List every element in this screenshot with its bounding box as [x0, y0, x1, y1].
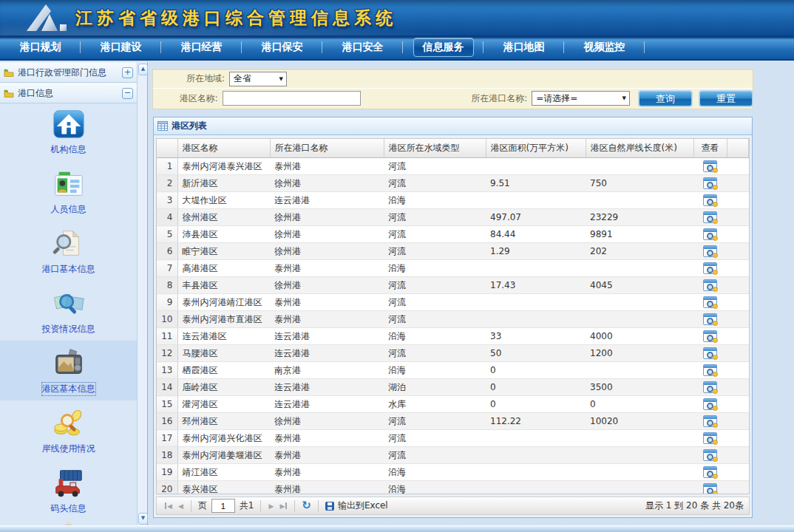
sidebar-item-port-basic-info[interactable]: 港口基本信息 — [0, 221, 137, 281]
view-record-icon[interactable] — [703, 194, 717, 206]
view-record-icon[interactable] — [703, 415, 717, 427]
table-row[interactable]: 17 泰州内河港兴化港区 泰州港 河流 — [157, 430, 749, 447]
column-header-filler — [727, 139, 749, 158]
table-row[interactable]: 5 沛县港区 徐州港 河流 84.44 9891 — [157, 226, 749, 243]
table-row[interactable]: 8 丰县港区 徐州港 河流 17.43 4045 — [157, 277, 749, 294]
view-record-icon[interactable] — [703, 177, 717, 189]
sidebar-item-shoreline-usage[interactable]: 岸线使用情况 — [0, 400, 137, 460]
record-count-summary: 显示 1 到 20 条 共 20条 — [645, 499, 744, 512]
table-row[interactable]: 12 马腰港区 连云港港 河流 50 1200 — [157, 345, 749, 362]
sidebar-group-header[interactable]: 港口信息 − — [0, 83, 137, 103]
view-record-icon[interactable] — [703, 432, 717, 444]
view-record-icon[interactable] — [703, 228, 717, 240]
query-button[interactable]: 查询 — [639, 91, 692, 106]
home-icon — [52, 107, 86, 141]
prev-page-icon[interactable]: ◀ — [178, 502, 183, 510]
nav-tab[interactable]: 信息服务 — [403, 35, 483, 59]
sidebar-scrollbar[interactable]: ▲ ▼ — [137, 62, 147, 526]
document-magnifier-icon — [52, 227, 86, 261]
view-record-icon[interactable] — [703, 330, 717, 342]
page-title: 江苏省省级港口综合管理信息系统 — [75, 7, 397, 30]
first-page-icon[interactable]: ◀ — [165, 502, 172, 510]
view-record-icon[interactable] — [703, 279, 717, 291]
column-header-view[interactable]: 查看 — [693, 139, 727, 158]
view-record-icon[interactable] — [703, 449, 717, 461]
folder-icon — [4, 69, 14, 77]
table-row[interactable]: 6 睢宁港区 徐州港 河流 1.29 202 — [157, 243, 749, 260]
group-toggle-button[interactable]: − — [122, 88, 133, 99]
region-select[interactable]: 全省 ▼ — [229, 72, 287, 86]
port-area-table: 港区名称 所在港口名称 港区所在水域类型 港区面积(万平方米) 港区自然岸线长度… — [157, 139, 749, 494]
save-disk-icon[interactable] — [325, 502, 334, 511]
view-record-icon[interactable] — [703, 347, 717, 359]
sidebar-item-org-info[interactable]: 机构信息 — [0, 101, 137, 161]
nav-tab[interactable]: 港口地图 — [483, 35, 564, 59]
view-record-icon[interactable] — [703, 313, 717, 325]
port-name-select[interactable]: =请选择= ▼ — [532, 91, 630, 106]
sidebar-group-header[interactable]: 港口行政管理部门信息 + — [0, 62, 137, 83]
page-number-input[interactable] — [211, 499, 235, 513]
view-record-icon[interactable] — [703, 381, 717, 393]
view-record-icon[interactable] — [703, 296, 717, 308]
nav-tab[interactable]: 港口保安 — [242, 35, 322, 59]
table-icon — [157, 121, 168, 131]
table-row[interactable]: 4 徐州港区 徐州港 河流 497.07 23229 — [157, 209, 749, 226]
container-truck-icon — [52, 466, 86, 500]
sidebar-item-port-area-basic-info[interactable]: 港区基本信息 — [0, 341, 137, 400]
area-name-input[interactable] — [223, 91, 361, 106]
column-header-rownum — [157, 139, 177, 158]
table-row[interactable]: 16 邳州港区 徐州港 河流 112.22 10020 — [157, 413, 749, 430]
table-row[interactable]: 20 泰兴港区 泰州港 沿海 — [157, 481, 749, 495]
app-logo-icon — [25, 3, 68, 33]
table-row[interactable]: 15 灌河港区 连云港港 水库 0 0 — [157, 396, 749, 413]
scroll-up-icon[interactable]: ▲ — [138, 64, 148, 75]
nav-tab[interactable]: 港口安全 — [322, 35, 403, 59]
table-row[interactable]: 2 新沂港区 徐州港 河流 9.51 750 — [157, 175, 749, 192]
column-header-port[interactable]: 所在港口名称 — [270, 139, 384, 158]
nav-tab[interactable]: 港口经营 — [161, 35, 242, 59]
nav-tab[interactable]: 港口规划 — [0, 35, 81, 59]
reset-button[interactable]: 重置 — [699, 91, 753, 106]
grid-table-wrap: 港区名称 所在港口名称 港区所在水域类型 港区面积(万平方米) 港区自然岸线长度… — [156, 138, 750, 494]
view-record-icon[interactable] — [703, 262, 717, 274]
sidebar-item-personnel-info[interactable]: 人员信息 — [0, 161, 137, 221]
nav-tab[interactable]: 视频监控 — [564, 35, 645, 59]
photos-magnifier-icon — [52, 287, 86, 321]
id-card-icon — [52, 167, 86, 201]
view-record-icon[interactable] — [703, 160, 717, 172]
group-toggle-button[interactable]: + — [122, 67, 133, 78]
view-record-icon[interactable] — [703, 466, 717, 478]
nav-tab[interactable]: 港口建设 — [81, 35, 161, 59]
view-record-icon[interactable] — [703, 398, 717, 410]
table-row[interactable]: 7 高港港区 泰州港 沿海 — [157, 260, 749, 277]
view-record-icon[interactable] — [703, 364, 717, 376]
port-name-label: 所在港口名称: — [441, 92, 528, 105]
refresh-icon[interactable]: ↻ — [302, 500, 311, 511]
scroll-down-icon[interactable]: ▼ — [138, 513, 148, 525]
view-record-icon[interactable] — [703, 211, 717, 223]
column-header-area[interactable]: 港区面积(万平方米) — [486, 139, 586, 158]
last-page-icon[interactable]: ▶ — [279, 502, 287, 510]
table-row[interactable]: 10 泰州内河港市直港区 泰州港 河流 — [157, 311, 749, 328]
column-header-water-type[interactable]: 港区所在水域类型 — [384, 139, 486, 158]
column-header-shoreline[interactable]: 港区自然岸线长度(米) — [586, 139, 693, 158]
view-record-icon[interactable] — [703, 483, 717, 494]
sidebar-item-dock-info[interactable]: 码头信息 — [0, 460, 137, 520]
column-header-name[interactable]: 港区名称 — [177, 139, 270, 158]
view-record-icon[interactable] — [703, 245, 717, 257]
export-excel-button[interactable]: 输出到Excel — [338, 499, 388, 512]
table-row[interactable]: 9 泰州内河港靖江港区 泰州港 河流 — [157, 294, 749, 311]
app-header: 江苏省省级港口综合管理信息系统 — [0, 0, 794, 35]
divider — [260, 500, 261, 512]
sidebar-item-investment-info[interactable]: 投资情况信息 — [0, 281, 137, 341]
table-row[interactable]: 19 靖江港区 泰州港 沿海 — [157, 464, 749, 481]
table-row[interactable]: 1 泰州内河港泰兴港区 泰州港 河流 — [157, 158, 749, 175]
table-row[interactable]: 13 栖霞港区 南京港 沿海 0 — [157, 362, 749, 379]
divider — [318, 500, 319, 512]
table-row[interactable]: 11 连云港港区 连云港港 沿海 33 4000 — [157, 328, 749, 345]
table-body: 1 泰州内河港泰兴港区 泰州港 河流 — [157, 158, 749, 495]
table-row[interactable]: 18 泰州内河港姜堰港区 泰州港 河流 — [157, 447, 749, 464]
table-row[interactable]: 3 大堤作业区 连云港港 沿海 — [157, 192, 749, 209]
next-page-icon[interactable]: ▶ — [268, 502, 274, 510]
table-row[interactable]: 14 庙岭港区 连云港港 湖泊 0 3500 — [157, 379, 749, 396]
